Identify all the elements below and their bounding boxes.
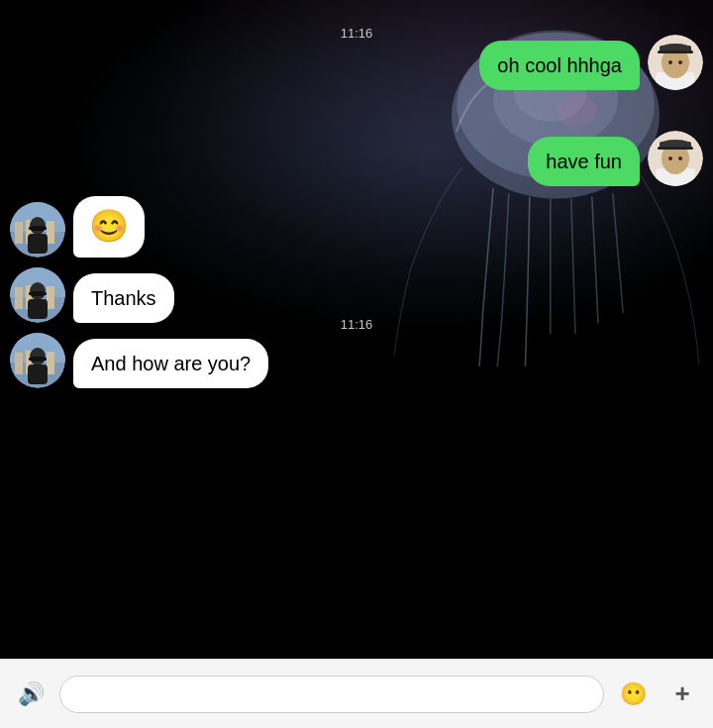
add-button[interactable]: + (662, 674, 703, 715)
message-row: 😊 (0, 192, 713, 261)
svg-point-12 (678, 60, 682, 64)
message-bubble: oh cool hhhga (479, 41, 640, 90)
svg-rect-28 (31, 226, 45, 231)
message-bubble-how: And how are you? (73, 339, 268, 388)
audio-button[interactable]: 🔊 (10, 674, 51, 715)
svg-rect-23 (15, 222, 23, 244)
svg-rect-30 (44, 227, 47, 230)
avatar-sent-2 (648, 131, 703, 186)
svg-rect-40 (29, 292, 32, 295)
avatar-received-2 (10, 267, 65, 323)
audio-icon: 🔊 (18, 681, 45, 707)
emoji-icon: 😶 (620, 681, 647, 707)
emoji-button[interactable]: 😶 (612, 674, 654, 715)
message-row: oh cool hhhga (0, 31, 713, 94)
svg-rect-52 (44, 358, 47, 361)
svg-rect-48 (47, 352, 54, 374)
svg-rect-42 (28, 299, 48, 319)
svg-rect-39 (31, 291, 45, 296)
message-row: And how are you? (0, 329, 713, 392)
svg-point-11 (668, 60, 672, 64)
svg-rect-34 (15, 287, 23, 309)
add-icon: + (674, 678, 689, 709)
svg-rect-50 (31, 357, 45, 362)
svg-rect-31 (28, 234, 48, 254)
svg-rect-18 (658, 147, 693, 150)
svg-point-20 (678, 156, 682, 160)
avatar-sent-1 (648, 35, 703, 90)
message-bubble: have fun (528, 137, 640, 186)
svg-rect-51 (29, 358, 32, 361)
svg-rect-37 (47, 286, 54, 309)
svg-rect-26 (47, 221, 54, 244)
avatar-received-1 (10, 202, 65, 258)
svg-rect-45 (15, 353, 23, 374)
svg-rect-29 (29, 227, 32, 230)
bottom-bar: 🔊 😶 + (0, 659, 713, 728)
svg-point-19 (668, 156, 672, 160)
message-input[interactable] (59, 676, 604, 713)
chat-area: 11:16 oh cool hhhga 11:16 (0, 0, 713, 659)
avatar-received-3 (10, 333, 65, 388)
message-bubble-emoji: 😊 (73, 196, 145, 258)
message-row: Thanks (0, 263, 713, 327)
svg-rect-10 (658, 51, 693, 53)
message-row: have fun (0, 127, 713, 190)
message-bubble-thanks: Thanks (73, 273, 174, 323)
svg-rect-41 (44, 292, 47, 295)
svg-rect-53 (28, 364, 48, 384)
